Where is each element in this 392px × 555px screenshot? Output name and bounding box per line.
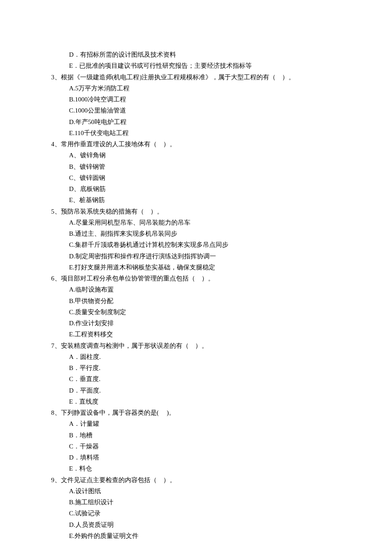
option-item: A．计量罐: [51, 418, 341, 429]
question-number: 6: [51, 275, 55, 282]
option-item: B.1000冷吨空调工程: [51, 94, 341, 105]
option-item: C.试验记录: [51, 508, 341, 519]
option-item: A.设计图纸: [51, 486, 341, 497]
option-item: E.打好支腿并用道木和钢板垫实基础，确保支腿稳定: [51, 262, 341, 273]
option-item: C.质量安全制度制定: [51, 306, 341, 318]
option-item: D.制定周密指挥和操作程序进行演练达到指挥协调一: [51, 251, 341, 262]
option-item: D.作业计划安排: [51, 318, 341, 329]
option-item: A.5万平方米消防工程: [51, 83, 341, 94]
option-item: C.1000公里输油管道: [51, 105, 341, 116]
option-item: C．垂直度.: [51, 373, 341, 384]
orphan-option: E．已批准的项目建议书或可行性研究报告；主要经济技术指标等: [51, 60, 341, 71]
question-text: 常用作垂直埋设的人工接地体有（ ）。: [61, 141, 176, 147]
question-text: 下列静置设备中，属于容器类的是( )。: [61, 409, 176, 416]
option-item: E、桩基钢筋: [51, 194, 341, 205]
question-stem: 7、安装精度调查与检测中，属于形状误差的有（ ）。: [51, 340, 341, 351]
option-item: B．平行度.: [51, 362, 341, 373]
question-text: 预防吊装系统失稳的措施有（ ）。: [61, 208, 163, 215]
option-item: B、镀锌钢管: [51, 161, 341, 172]
option-item: A.临时设施布置: [51, 284, 341, 295]
option-item: D.人员资质证明: [51, 519, 341, 530]
question-text: 安装精度调查与检测中，属于形状误差的有（ ）。: [61, 342, 208, 349]
orphan-option: D．有招标所需的设计图纸及技术资料: [51, 49, 341, 60]
option-item: E.110千伏变电站工程: [51, 127, 341, 139]
option-item: D．平面度.: [51, 385, 341, 396]
option-item: A．圆柱度.: [51, 351, 341, 362]
option-item: E.外购件的质量证明文件: [51, 530, 341, 541]
option-item: C．干燥器: [51, 441, 341, 452]
option-item: E．料仓: [51, 463, 341, 474]
option-item: C、镀锌圆钢: [51, 172, 341, 183]
option-item: D.年产50吨电炉工程: [51, 116, 341, 127]
question-stem: 8、下列静置设备中，属于容器类的是( )。: [51, 407, 341, 418]
question-number: 9: [51, 477, 55, 483]
page-content: D．有招标所需的设计图纸及技术资料 E．已批准的项目建议书或可行性研究报告；主要…: [0, 0, 392, 555]
question-stem: 4、常用作垂直埋设的人工接地体有（ ）。: [51, 139, 341, 150]
option-item: B.施工组织设计: [51, 497, 341, 508]
option-item: A.尽量采用同机型吊车、同吊装能力的吊车: [51, 217, 341, 228]
question-number: 3: [51, 74, 55, 81]
question-stem: 5、预防吊装系统失稳的措施有（ ）。: [51, 206, 341, 217]
option-item: A、镀锌角钢: [51, 150, 341, 161]
question-number: 5: [51, 208, 55, 215]
question-text: 项目部对工程分承包单位协管管理的重点包括（ ）。: [61, 275, 214, 282]
option-item: B.甲供物资分配: [51, 295, 341, 306]
option-item: E．直线度: [51, 396, 341, 407]
option-item: B.通过主、副指挥来实现多机吊装同步: [51, 228, 341, 239]
option-item: D．填料塔: [51, 452, 341, 463]
option-item: B．地槽: [51, 430, 341, 441]
question-stem: 6、项目部对工程分承包单位协管管理的重点包括（ ）。: [51, 273, 341, 284]
question-text: 根据《一级建造师(机电工程)注册执业工程规模标准》，属于大型工程的有（ ）。: [61, 74, 295, 81]
question-stem: 9、文件见证点主要检查的内容包括（ ）。: [51, 474, 341, 486]
option-item: E.工程资料移交: [51, 329, 341, 340]
question-number: 4: [51, 141, 55, 147]
question-text: 文件见证点主要检查的内容包括（ ）。: [61, 477, 176, 483]
question-number: 8: [51, 409, 55, 416]
question-number: 7: [51, 342, 55, 349]
option-item: C.集群千斤顶或卷扬机通过计算机控制来实现多吊点同步: [51, 239, 341, 250]
option-item: D、底板钢筋: [51, 183, 341, 194]
question-stem: 3、根据《一级建造师(机电工程)注册执业工程规模标准》，属于大型工程的有（ ）。: [51, 72, 341, 83]
